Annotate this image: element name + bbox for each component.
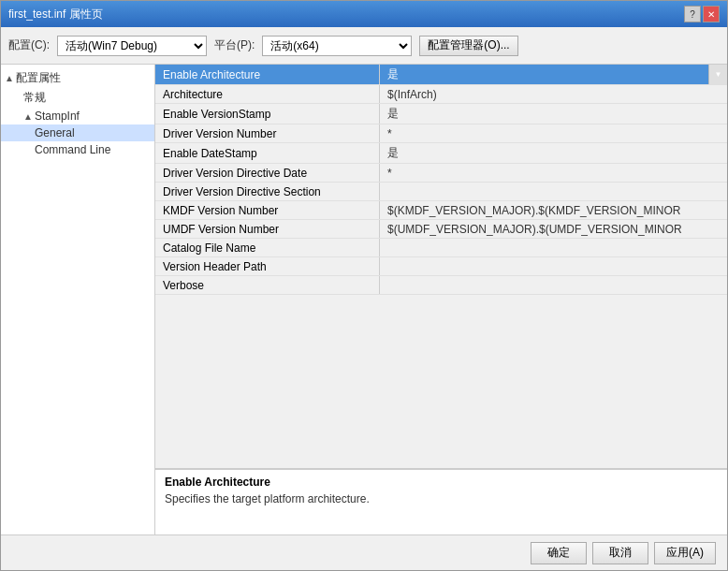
ok-button[interactable]: 确定 <box>531 542 587 564</box>
bottom-bar: 确定 取消 应用(A) <box>1 534 727 570</box>
tree-item-label: 常规 <box>23 90 46 106</box>
prop-row-umdf-version[interactable]: UMDF Version Number $(UMDF_VERSION_MAJOR… <box>155 220 727 239</box>
tree-item-label: General <box>35 126 75 139</box>
prop-row-kmdf-version[interactable]: KMDF Version Number $(KMDF_VERSION_MAJOR… <box>155 201 727 220</box>
prop-row-catalog-file[interactable]: Catalog File Name <box>155 239 727 257</box>
prop-name: Enable Architecture <box>155 65 380 84</box>
prop-row-version-header[interactable]: Version Header Path <box>155 257 727 276</box>
config-label: 配置(C): <box>8 37 50 53</box>
tree-item-stampinf[interactable]: ▲ StampInf <box>1 108 154 124</box>
prop-value <box>380 257 727 275</box>
prop-name: Enable VersionStamp <box>155 104 380 124</box>
prop-value: * <box>380 164 727 182</box>
prop-name: Verbose <box>155 276 380 294</box>
prop-name: Driver Version Number <box>155 124 380 142</box>
dropdown-icon[interactable]: ▼ <box>708 65 727 84</box>
prop-name: UMDF Version Number <box>155 220 380 238</box>
prop-value <box>380 239 727 256</box>
apply-button[interactable]: 应用(A) <box>654 542 716 564</box>
prop-name: Driver Version Directive Section <box>155 183 380 200</box>
description-text: Specifies the target platform architectu… <box>165 492 718 505</box>
main-window: first_test.inf 属性页 ? ✕ 配置(C): 活动(Win7 De… <box>0 0 728 571</box>
prop-name: Driver Version Directive Date <box>155 164 380 182</box>
prop-name: KMDF Version Number <box>155 201 380 219</box>
prop-value: * <box>380 124 727 142</box>
prop-row-enable-datestamp[interactable]: Enable DateStamp 是 <box>155 143 727 164</box>
window-title: first_test.inf 属性页 <box>8 7 103 22</box>
prop-name: Enable DateStamp <box>155 143 380 163</box>
prop-value: $(InfArch) <box>380 85 727 103</box>
tree-item-label: Command Line <box>35 143 110 156</box>
arrow-icon: ▲ <box>5 73 14 83</box>
property-grid: Enable Architecture 是 ▼ Architecture $(I… <box>155 65 727 469</box>
title-bar: first_test.inf 属性页 ? ✕ <box>1 1 727 27</box>
prop-value <box>380 276 727 294</box>
prop-value: 是 <box>380 65 708 84</box>
tree-item-label: 配置属性 <box>16 70 61 86</box>
tree-item-cmdline[interactable]: Command Line <box>1 141 154 158</box>
property-panel: Enable Architecture 是 ▼ Architecture $(I… <box>155 65 727 534</box>
prop-name: Architecture <box>155 85 380 103</box>
prop-value: 是 <box>380 143 727 163</box>
toolbar: 配置(C): 活动(Win7 Debug) 平台(P): 活动(x64) 配置管… <box>1 27 727 65</box>
prop-row-driver-version-section[interactable]: Driver Version Directive Section <box>155 183 727 201</box>
cancel-button[interactable]: 取消 <box>592 542 648 564</box>
arrow-icon: ▲ <box>23 111 33 122</box>
platform-select[interactable]: 活动(x64) <box>262 36 412 56</box>
prop-value <box>380 183 727 200</box>
prop-value: $(KMDF_VERSION_MAJOR).$(KMDF_VERSION_MIN… <box>380 201 727 219</box>
prop-row-architecture[interactable]: Architecture $(InfArch) <box>155 85 727 104</box>
config-manager-button[interactable]: 配置管理器(O)... <box>419 36 517 56</box>
platform-label: 平台(P): <box>214 37 255 53</box>
prop-value: 是 <box>380 104 727 124</box>
tree-item-label: StampInf <box>35 110 80 123</box>
prop-row-driver-version-number[interactable]: Driver Version Number * <box>155 124 727 143</box>
title-bar-buttons: ? ✕ <box>684 6 720 22</box>
close-button[interactable]: ✕ <box>703 6 720 22</box>
config-select[interactable]: 活动(Win7 Debug) <box>57 36 207 56</box>
help-button[interactable]: ? <box>684 6 701 22</box>
description-panel: Enable Architecture Specifies the target… <box>155 469 727 534</box>
tree-item-config-props[interactable]: ▲ 配置属性 <box>1 68 154 88</box>
tree-item-common[interactable]: 常规 <box>1 88 154 108</box>
prop-row-driver-version-date[interactable]: Driver Version Directive Date * <box>155 164 727 183</box>
prop-value: $(UMDF_VERSION_MAJOR).$(UMDF_VERSION_MIN… <box>380 220 727 238</box>
tree-item-general[interactable]: General <box>1 124 154 141</box>
prop-row-enable-versionstamp[interactable]: Enable VersionStamp 是 <box>155 104 727 124</box>
main-content: ▲ 配置属性 常规 ▲ StampInf General Command Lin… <box>1 65 727 534</box>
prop-name: Catalog File Name <box>155 239 380 256</box>
prop-name: Version Header Path <box>155 257 380 275</box>
tree-panel: ▲ 配置属性 常规 ▲ StampInf General Command Lin… <box>1 65 155 534</box>
prop-row-enable-arch[interactable]: Enable Architecture 是 ▼ <box>155 65 727 85</box>
description-title: Enable Architecture <box>165 476 718 489</box>
prop-row-verbose[interactable]: Verbose <box>155 276 727 295</box>
